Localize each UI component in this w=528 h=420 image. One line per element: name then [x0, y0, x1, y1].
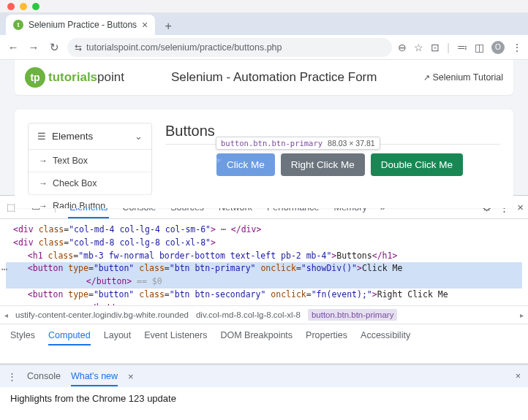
- right-click-me-button[interactable]: Right Click Me: [281, 153, 365, 176]
- window-close-button[interactable]: [7, 3, 15, 10]
- sidebar-item-textbox[interactable]: → Text Box: [29, 150, 151, 172]
- separator: |: [447, 42, 450, 53]
- browser-menu-icon[interactable]: ⋮: [512, 42, 522, 53]
- new-tab-button[interactable]: +: [159, 18, 177, 35]
- site-logo[interactable]: tp tutorialspoint: [25, 67, 124, 88]
- styles-tab-dom-breakpoints[interactable]: DOM Breakpoints: [220, 330, 293, 340]
- breadcrumb-item[interactable]: div.col-md-8.col-lg-8.col-xl-8: [196, 310, 301, 319]
- sidebar-item-label: Radio Button: [53, 201, 105, 208]
- styles-tab-properties[interactable]: Properties: [306, 330, 347, 340]
- content-panel: ☰ Elements ⌄ → Text Box → Check Box → Ra…: [15, 110, 513, 208]
- breadcrumb-item[interactable]: ustify-content-center.logindiv.bg-white.…: [15, 310, 189, 319]
- scroll-left-icon[interactable]: ◂: [4, 311, 8, 319]
- dom-line: <h1 class="mb-3 fw-normal border-bottom …: [6, 250, 522, 263]
- close-devtools-icon[interactable]: ×: [517, 201, 524, 213]
- chevron-down-icon: ⌄: [135, 131, 143, 142]
- arrow-right-icon: →: [39, 178, 48, 188]
- arrow-right-icon: →: [39, 201, 48, 208]
- dom-line: ▸<div class="col-md-4 col-lg-4 col-sm-6"…: [6, 224, 522, 237]
- dom-line: <button type="button" class="btn btn-sec…: [6, 289, 522, 305]
- scroll-right-icon[interactable]: ▸: [520, 311, 524, 319]
- logo-text-suffix: point: [97, 70, 124, 84]
- page-viewport: tp tutorialspoint Selenium - Automation …: [0, 60, 528, 195]
- styles-tab-computed[interactable]: Computed: [48, 325, 91, 345]
- drawer-tabbar: ⋮ Console What's new × ×: [0, 365, 528, 387]
- sidebar-item-label: Text Box: [53, 156, 88, 166]
- window-minimize-button[interactable]: [20, 3, 27, 10]
- drawer-tab-whats-new[interactable]: What's new: [71, 366, 118, 386]
- back-button[interactable]: ←: [6, 41, 20, 53]
- drawer-close-icon[interactable]: ×: [516, 371, 521, 381]
- styles-tab-event-listeners[interactable]: Event Listeners: [144, 330, 207, 340]
- dom-line: ▾<div class="col-md-8 col-lg-8 col-xl-8"…: [6, 237, 522, 250]
- styles-tab-accessibility[interactable]: Accessibility: [361, 330, 410, 340]
- devtools-drawer: ⋮ Console What's new × × Highlights from…: [0, 364, 528, 410]
- devtools: ⬚ ▭ | Elements Console Sources Network P…: [0, 195, 528, 410]
- drawer-menu-icon[interactable]: ⋮: [7, 371, 17, 382]
- window-zoom-button[interactable]: [32, 3, 39, 10]
- site-header: tp tutorialspoint Selenium - Automation …: [15, 60, 513, 95]
- sidebar-item-checkbox[interactable]: → Check Box: [29, 172, 151, 195]
- styles-tabbar: Styles Computed Layout Event Listeners D…: [0, 324, 528, 346]
- button-row: button.btn.btn-primary 88.03 × 37.81 Cli…: [216, 153, 500, 176]
- logo-icon: tp: [25, 67, 45, 88]
- browser-tab[interactable]: t Selenium Practice - Buttons ×: [6, 15, 155, 35]
- site-info-icon[interactable]: ⇆: [75, 42, 82, 53]
- address-bar: ← → ↻ ⇆ tutorialspoint.com/selenium/prac…: [0, 35, 528, 60]
- hamburger-icon: ☰: [37, 131, 46, 142]
- sidebar-item-label: Check Box: [53, 178, 97, 188]
- tutorial-link[interactable]: ↗ Selenium Tutorial: [423, 72, 503, 83]
- breadcrumb-item-active[interactable]: button.btn.btn-primary: [308, 309, 398, 321]
- format-icon[interactable]: ≕: [457, 42, 467, 53]
- bookmark-icon[interactable]: ☆: [414, 42, 423, 53]
- zoom-icon[interactable]: ⊖: [398, 42, 407, 53]
- drawer-tab-console[interactable]: Console: [27, 371, 61, 381]
- dom-line-selected: <button type="button" class="btn btn-pri…: [6, 262, 522, 289]
- dom-tree[interactable]: ⋯ ▸<div class="col-md-4 col-lg-4 col-sm-…: [0, 219, 528, 305]
- sidebar: ☰ Elements ⌄ → Text Box → Check Box → Ra…: [28, 123, 152, 195]
- inspect-tooltip: button.btn.btn-primary 88.03 × 37.81: [216, 137, 380, 150]
- extensions-icon[interactable]: ⊡: [431, 42, 440, 53]
- profile-avatar[interactable]: O: [491, 41, 505, 54]
- tab-title: Selenium Practice - Buttons: [29, 20, 137, 30]
- url-text: tutorialspoint.com/selenium/practice/but…: [86, 42, 282, 53]
- main-area: Buttons button.btn.btn-primary 88.03 × 3…: [165, 123, 500, 195]
- page-title: Selenium - Automation Practice Form: [124, 70, 423, 85]
- styles-tab-styles[interactable]: Styles: [10, 330, 35, 340]
- sidebar-header[interactable]: ☰ Elements ⌄: [29, 123, 151, 150]
- styles-panel-body: [0, 346, 528, 364]
- forward-button[interactable]: →: [26, 41, 41, 53]
- arrow-right-icon: →: [39, 156, 48, 166]
- panel-icon[interactable]: ◫: [475, 42, 484, 53]
- dom-breadcrumb[interactable]: ◂ ustify-content-center.logindiv.bg-whit…: [0, 305, 528, 324]
- tutorial-link-label: Selenium Tutorial: [432, 72, 503, 83]
- sidebar-header-label: Elements: [52, 131, 93, 142]
- url-field[interactable]: ⇆ tutorialspoint.com/selenium/practice/b…: [67, 38, 392, 57]
- ellipsis-icon: ⋯: [1, 261, 7, 278]
- drawer-tab-close-icon[interactable]: ×: [128, 371, 134, 382]
- favicon-icon: t: [13, 20, 23, 30]
- click-me-button[interactable]: Click Me: [216, 153, 275, 176]
- tooltip-dimensions: 88.03 × 37.81: [328, 139, 375, 148]
- external-link-icon: ↗: [423, 73, 430, 83]
- tab-close-icon[interactable]: ×: [142, 19, 148, 31]
- sidebar-item-radio[interactable]: → Radio Button: [29, 195, 151, 208]
- styles-tab-layout[interactable]: Layout: [104, 330, 132, 340]
- drawer-body: Highlights from the Chrome 123 update: [0, 387, 528, 410]
- window-controls: [0, 0, 528, 13]
- tooltip-selector: button.btn.btn-primary: [221, 139, 323, 148]
- tab-strip: t Selenium Practice - Buttons × +: [0, 13, 528, 35]
- double-click-me-button[interactable]: Double Click Me: [371, 153, 463, 176]
- reload-button[interactable]: ↻: [47, 41, 61, 54]
- logo-text-prefix: tutorials: [48, 70, 97, 84]
